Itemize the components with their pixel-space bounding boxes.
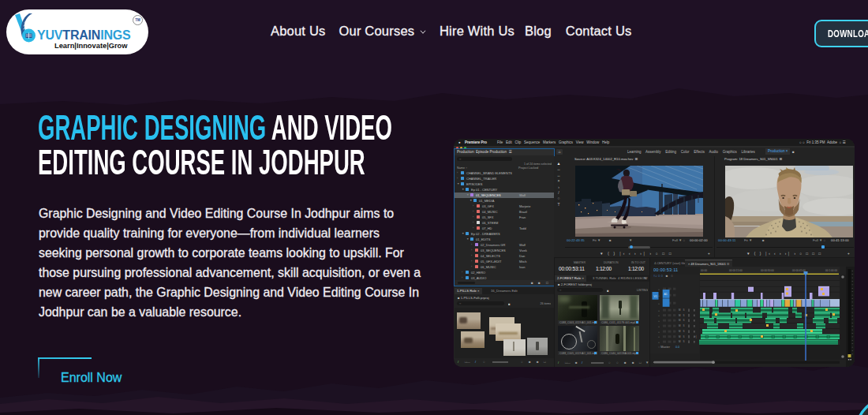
svg-text:00:00:15:00: 00:00:15:00 (729, 269, 743, 272)
svg-text:S: S (683, 314, 685, 317)
svg-text:S: S (683, 324, 685, 327)
svg-text:○: ○ (658, 331, 660, 334)
svg-text:A1: A1 (664, 293, 668, 296)
svg-text:○: ○ (658, 341, 660, 344)
svg-text:S: S (683, 330, 685, 333)
svg-text:○: ○ (658, 309, 660, 312)
svg-text:○ Master: ○ Master (658, 346, 671, 349)
svg-text:○: ○ (658, 314, 660, 317)
svg-text:S: S (683, 308, 685, 312)
svg-text:S: S (683, 335, 685, 338)
svg-text:S: S (683, 340, 685, 343)
svg-text:○: ○ (658, 288, 660, 291)
svg-text:○: ○ (658, 335, 660, 338)
svg-text:○: ○ (658, 320, 660, 323)
svg-text:00:00:30:00: 00:00:30:00 (761, 269, 774, 272)
svg-text:V1: V1 (654, 295, 657, 298)
svg-text:○: ○ (658, 325, 660, 328)
svg-text:0.0: 0.0 (675, 346, 679, 349)
svg-text:00:00: 00:00 (701, 269, 707, 272)
svg-text:00:1:00:00: 00:1:00:00 (825, 269, 837, 272)
svg-text:S: S (683, 319, 685, 322)
svg-text:○: ○ (658, 302, 660, 305)
